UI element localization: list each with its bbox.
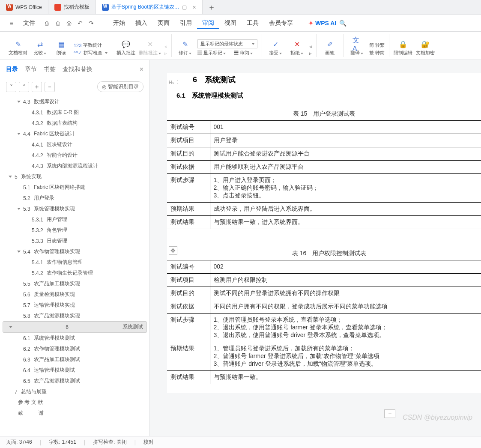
table-16: 测试编号002测试项目检测用户的权限控制测试目的测试不同的用户登录进系统拥有不同… xyxy=(167,260,481,384)
add-page-button[interactable]: ＋ xyxy=(384,409,395,418)
tab-bookmark[interactable]: 书签 xyxy=(44,66,56,73)
toc-item[interactable]: 6.4运输管理模块测试 xyxy=(3,365,147,376)
prev-change-icon[interactable]: ◃ xyxy=(309,44,312,49)
pen-button[interactable]: ✐画笔 xyxy=(321,40,339,56)
wps-ai-button[interactable]: ✦WPS AI xyxy=(308,20,336,27)
menu-file[interactable]: 文件 xyxy=(18,18,40,29)
track-changes-button[interactable]: ✎修订 xyxy=(176,40,194,56)
add-tab-button[interactable]: ＋ xyxy=(203,0,221,14)
add-outline-button[interactable]: ＋ xyxy=(32,82,42,92)
menu-页面[interactable]: 页面 xyxy=(152,18,175,28)
tab-split-icon[interactable]: ▢ xyxy=(182,4,187,10)
delete-comment-button: ✕删除批注 xyxy=(139,40,161,56)
toc-item[interactable]: 7总结与展望 xyxy=(3,386,147,397)
restrict-edit-button[interactable]: 🔒限制编辑 xyxy=(394,40,412,56)
next-change-icon[interactable]: ▹ xyxy=(309,51,312,56)
tab-chapter[interactable]: 章节 xyxy=(25,66,37,73)
table-move-handle[interactable]: ✥ xyxy=(169,246,177,255)
translate-button[interactable]: 文A翻译 xyxy=(348,40,366,56)
menu-审阅[interactable]: 审阅 xyxy=(197,18,219,29)
toc-item[interactable]: 5.3.2角色管理 xyxy=(3,225,147,236)
toc-item[interactable]: 4.3.2数据库表结构 xyxy=(3,118,147,128)
insert-comment-button[interactable]: 💬插入批注 xyxy=(117,40,135,56)
accept-button[interactable]: ✓接受 xyxy=(266,40,284,56)
chevron-down-icon xyxy=(17,251,21,253)
toc-item[interactable]: 5.7运输管理模块实现 xyxy=(3,300,147,311)
ribbon: ✎文档校对 ⇄比较 ▤朗读 123 字数统计 ᴬᴮ✓ 拼写检查 💬插入批注 ✕删… xyxy=(0,32,481,60)
next-comment-icon[interactable]: ▹ xyxy=(164,51,167,56)
display-state-select[interactable]: 显示标记的最终状态 xyxy=(197,39,257,48)
spell-check-button[interactable]: ᴬᴮ✓ 拼写检查 xyxy=(74,50,108,56)
toc-item[interactable]: 致 谢 xyxy=(3,408,147,418)
save-icon[interactable]: ⎙ xyxy=(42,18,51,28)
close-icon[interactable]: × xyxy=(193,4,196,11)
preview-icon[interactable]: ◎ xyxy=(64,18,74,28)
status-words[interactable]: 字数: 17451 xyxy=(49,439,76,446)
toc-item[interactable]: 6.2农作物管理模块测试 xyxy=(3,343,147,354)
toc-item[interactable]: 4.3.1数据库 E-R 图 xyxy=(3,107,147,118)
toc-item[interactable]: 参 考 文 献 xyxy=(3,397,147,408)
toc-item[interactable]: 5.8农产品溯源模块实现 xyxy=(3,311,147,321)
toc-item[interactable]: 5.4.1农作物信息管理 xyxy=(3,257,147,268)
menu-工具[interactable]: 工具 xyxy=(242,18,264,28)
word-count-button[interactable]: 123 字数统计 xyxy=(74,42,108,48)
toc-item[interactable]: 6.1系统管理模块测试 xyxy=(3,333,147,343)
smart-toc-button[interactable]: ◎智能识别目录 xyxy=(97,81,143,92)
simp-to-trad-button[interactable]: 简 转繁 xyxy=(369,42,385,48)
toc-item[interactable]: 6.5农产品溯源模块测试 xyxy=(3,376,147,386)
toc-item[interactable]: 5.1Fabric 区块链网络搭建 xyxy=(3,182,147,193)
prev-comment-icon[interactable]: ◃ xyxy=(164,44,167,49)
redo-icon[interactable]: ↷ xyxy=(87,18,96,28)
chevron-down-icon xyxy=(9,176,12,178)
search-icon[interactable]: 🔍 xyxy=(338,18,347,28)
undo-icon[interactable]: ↶ xyxy=(75,18,85,28)
status-proof[interactable]: 校对 xyxy=(143,439,154,446)
toc-item[interactable]: 5.4农作物管理模块实现 xyxy=(3,246,147,257)
tab-find-replace[interactable]: 查找和替换 xyxy=(63,66,93,73)
document-view[interactable]: H₁ ⋮6 系统测试 6.1 系统管理模块测试 表 15 用户登录测试表 测试编… xyxy=(150,60,481,436)
toc-item[interactable]: 6系统测试 xyxy=(3,321,147,333)
toc-item[interactable]: 6.3农产品加工模块测试 xyxy=(3,354,147,365)
menu-icon[interactable]: ≡ xyxy=(7,18,16,28)
menu-开始[interactable]: 开始 xyxy=(108,18,130,28)
remove-outline-button[interactable]: － xyxy=(45,82,55,92)
table-caption-15: 表 15 用户登录测试表 xyxy=(167,110,481,118)
expand-button[interactable]: ˄ xyxy=(19,82,29,92)
toc-item[interactable]: 5.4.2农作物生长记录管理 xyxy=(3,268,147,278)
menu-会员专享[interactable]: 会员专享 xyxy=(264,18,298,28)
print-icon[interactable]: ⎙ xyxy=(53,18,63,28)
show-markup-button[interactable]: ▤ 显示标记 xyxy=(197,50,226,56)
toc-item[interactable]: 5系统实现 xyxy=(3,171,147,182)
toc-item[interactable]: 5.3.3日志管理 xyxy=(3,236,147,246)
status-spell[interactable]: 拼写检查: 关闭 xyxy=(93,439,127,446)
title-tab-bar: WPS Office 找稻壳模板 基于Spring Boot的区块链农…▢× ＋ xyxy=(0,0,481,15)
trad-to-simp-button[interactable]: 繁 转简 xyxy=(369,50,385,56)
status-page[interactable]: 页面: 37/46 xyxy=(6,439,32,446)
toc-item[interactable]: 5.5农产品加工模块实现 xyxy=(3,278,147,289)
collapse-button[interactable]: ˅ xyxy=(6,82,16,92)
wps-icon xyxy=(6,4,13,11)
toc-item[interactable]: 5.2用户登录 xyxy=(3,193,147,203)
tab-document[interactable]: 基于Spring Boot的区块链农…▢× xyxy=(96,0,203,14)
encrypt-doc-button[interactable]: 🔐文档加密 xyxy=(416,40,435,56)
toc-item[interactable]: 5.6质量检测模块实现 xyxy=(3,289,147,300)
toc-item[interactable]: 4.3数据库设计 xyxy=(3,96,147,107)
tab-docer[interactable]: 找稻壳模板 xyxy=(48,0,96,14)
menu-引用[interactable]: 引用 xyxy=(175,18,197,28)
tab-wps-office[interactable]: WPS Office xyxy=(0,0,48,14)
close-sidebar-icon[interactable]: × xyxy=(140,66,143,73)
read-aloud-button[interactable]: ▤朗读 xyxy=(52,40,70,56)
menu-视图[interactable]: 视图 xyxy=(219,18,242,28)
compare-button[interactable]: ⇄比较 xyxy=(31,40,49,56)
toc-item[interactable]: 5.3系统管理模块实现 xyxy=(3,203,147,214)
toc-item[interactable]: 4.4.2智能合约设计 xyxy=(3,150,147,161)
doc-proof-button[interactable]: ✎文档校对 xyxy=(9,40,27,56)
toc-item[interactable]: 5.3.1用户管理 xyxy=(3,214,147,225)
toc-item[interactable]: 4.4Fabric 区块链设计 xyxy=(3,128,147,139)
tab-toc[interactable]: 目录 xyxy=(6,66,18,73)
toc-item[interactable]: 4.4.1区块链设计 xyxy=(3,139,147,150)
reject-button[interactable]: ✕拒绝 xyxy=(288,40,306,56)
review-pane-button[interactable]: ☰ 审阅 xyxy=(234,50,253,56)
menu-插入[interactable]: 插入 xyxy=(130,18,152,28)
toc-item[interactable]: 4.4.3系统内部溯源流程设计 xyxy=(3,161,147,171)
